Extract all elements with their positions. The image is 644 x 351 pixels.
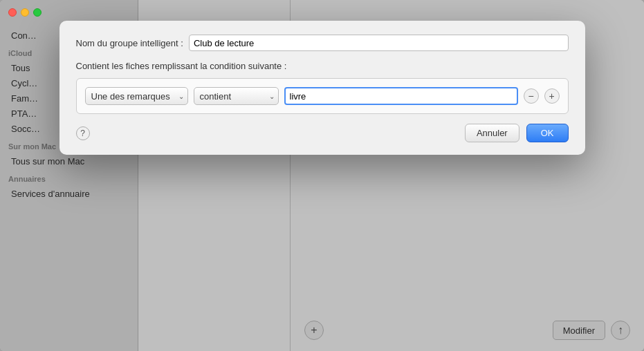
field-select-wrapper: Une des remarquesPrénomNomEmailTéléphone… (85, 87, 188, 105)
dialog-overlay: Nom du groupe intelligent : Contient les… (0, 0, 644, 351)
dialog-name-row: Nom du groupe intelligent : (76, 35, 569, 51)
cancel-button[interactable]: Annuler (465, 124, 519, 142)
minimize-button[interactable] (21, 8, 29, 17)
dialog-name-label: Nom du groupe intelligent : (76, 38, 183, 48)
field-select[interactable]: Une des remarquesPrénomNomEmailTéléphone (85, 87, 188, 105)
operator-select-wrapper: contientne contient pasestn'est pascomme… (194, 87, 279, 105)
help-button[interactable]: ? (76, 126, 90, 140)
dialog-name-input[interactable] (189, 35, 569, 51)
dialog-actions: Annuler OK (465, 124, 569, 142)
close-button[interactable] (8, 8, 17, 17)
condition-value-input[interactable] (284, 87, 518, 105)
add-condition-button[interactable]: + (544, 88, 560, 104)
remove-condition-button[interactable]: − (524, 88, 539, 104)
dialog-footer: ? Annuler OK (76, 124, 569, 142)
condition-box: Une des remarquesPrénomNomEmailTéléphone… (76, 78, 569, 114)
ok-button[interactable]: OK (526, 124, 569, 142)
maximize-button[interactable] (33, 8, 42, 17)
operator-select[interactable]: contientne contient pasestn'est pascomme… (194, 87, 279, 105)
smart-group-dialog: Nom du groupe intelligent : Contient les… (59, 21, 585, 155)
traffic-lights (8, 8, 42, 17)
dialog-condition-text: Contient les fiches remplissant la condi… (76, 61, 569, 71)
